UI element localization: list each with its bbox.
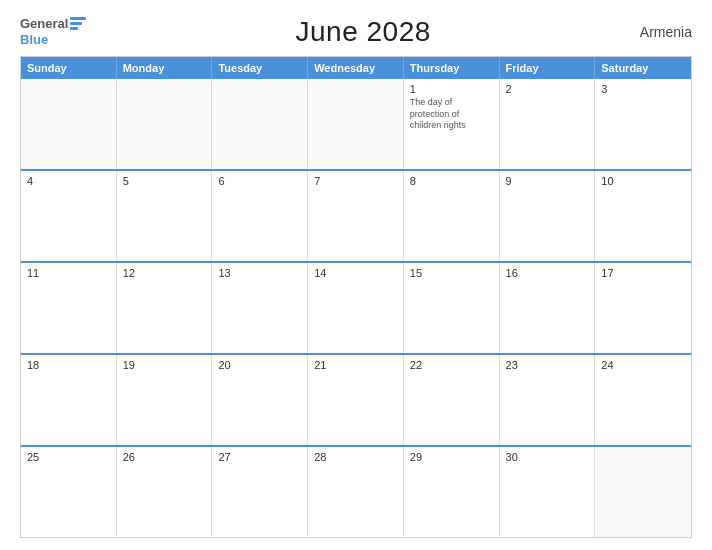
day-number: 2 <box>506 83 589 95</box>
day-cell: 22 <box>404 355 500 445</box>
day-cell <box>212 79 308 169</box>
day-number: 1 <box>410 83 493 95</box>
logo-flag-icon <box>70 17 86 30</box>
day-cell: 14 <box>308 263 404 353</box>
day-header-monday: Monday <box>117 57 213 79</box>
day-cell: 1The day of protection of children right… <box>404 79 500 169</box>
day-number: 10 <box>601 175 685 187</box>
day-cell: 27 <box>212 447 308 537</box>
day-number: 30 <box>506 451 589 463</box>
header: General Blue June 2028 Armenia <box>20 16 692 48</box>
day-number: 18 <box>27 359 110 371</box>
day-cell <box>308 79 404 169</box>
day-cell: 10 <box>595 171 691 261</box>
calendar: SundayMondayTuesdayWednesdayThursdayFrid… <box>20 56 692 538</box>
weeks-container: 1The day of protection of children right… <box>21 79 691 537</box>
day-cell: 13 <box>212 263 308 353</box>
day-number: 3 <box>601 83 685 95</box>
day-cell: 23 <box>500 355 596 445</box>
day-header-wednesday: Wednesday <box>308 57 404 79</box>
day-cell: 6 <box>212 171 308 261</box>
day-headers-row: SundayMondayTuesdayWednesdayThursdayFrid… <box>21 57 691 79</box>
day-cell: 21 <box>308 355 404 445</box>
day-number: 24 <box>601 359 685 371</box>
day-cell: 24 <box>595 355 691 445</box>
day-cell: 30 <box>500 447 596 537</box>
day-number: 19 <box>123 359 206 371</box>
day-number: 4 <box>27 175 110 187</box>
day-number: 16 <box>506 267 589 279</box>
day-cell: 19 <box>117 355 213 445</box>
day-number: 29 <box>410 451 493 463</box>
day-cell: 29 <box>404 447 500 537</box>
day-cell <box>117 79 213 169</box>
day-cell: 12 <box>117 263 213 353</box>
day-number: 20 <box>218 359 301 371</box>
day-number: 21 <box>314 359 397 371</box>
day-number: 17 <box>601 267 685 279</box>
day-number: 15 <box>410 267 493 279</box>
day-number: 25 <box>27 451 110 463</box>
day-cell: 15 <box>404 263 500 353</box>
day-event: The day of protection of children rights <box>410 97 493 132</box>
logo-blue-text: Blue <box>20 32 48 47</box>
day-cell: 4 <box>21 171 117 261</box>
day-number: 8 <box>410 175 493 187</box>
week-row-2: 45678910 <box>21 169 691 261</box>
logo: General Blue <box>20 17 86 48</box>
day-number: 6 <box>218 175 301 187</box>
day-header-saturday: Saturday <box>595 57 691 79</box>
day-number: 28 <box>314 451 397 463</box>
day-number: 22 <box>410 359 493 371</box>
day-cell: 11 <box>21 263 117 353</box>
calendar-title: June 2028 <box>295 16 430 48</box>
country-label: Armenia <box>640 24 692 40</box>
day-header-thursday: Thursday <box>404 57 500 79</box>
day-header-tuesday: Tuesday <box>212 57 308 79</box>
day-cell: 5 <box>117 171 213 261</box>
day-header-friday: Friday <box>500 57 596 79</box>
week-row-1: 1The day of protection of children right… <box>21 79 691 169</box>
day-cell: 26 <box>117 447 213 537</box>
day-number: 7 <box>314 175 397 187</box>
day-number: 14 <box>314 267 397 279</box>
day-number: 23 <box>506 359 589 371</box>
day-cell: 16 <box>500 263 596 353</box>
day-number: 12 <box>123 267 206 279</box>
day-header-sunday: Sunday <box>21 57 117 79</box>
day-cell: 17 <box>595 263 691 353</box>
day-cell: 20 <box>212 355 308 445</box>
day-cell: 9 <box>500 171 596 261</box>
day-cell: 25 <box>21 447 117 537</box>
day-number: 11 <box>27 267 110 279</box>
logo-general-text: General <box>20 17 68 30</box>
day-number: 26 <box>123 451 206 463</box>
day-number: 27 <box>218 451 301 463</box>
day-number: 13 <box>218 267 301 279</box>
day-cell: 3 <box>595 79 691 169</box>
page: General Blue June 2028 Armenia SundayMon… <box>0 0 712 550</box>
day-cell: 8 <box>404 171 500 261</box>
day-cell: 28 <box>308 447 404 537</box>
day-cell <box>21 79 117 169</box>
day-number: 9 <box>506 175 589 187</box>
day-cell: 7 <box>308 171 404 261</box>
day-cell: 18 <box>21 355 117 445</box>
day-cell <box>595 447 691 537</box>
week-row-3: 11121314151617 <box>21 261 691 353</box>
day-number: 5 <box>123 175 206 187</box>
week-row-4: 18192021222324 <box>21 353 691 445</box>
week-row-5: 252627282930 <box>21 445 691 537</box>
day-cell: 2 <box>500 79 596 169</box>
